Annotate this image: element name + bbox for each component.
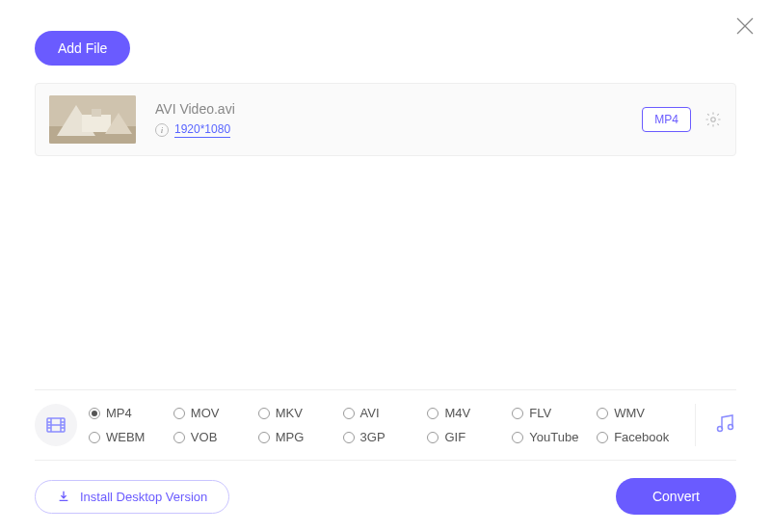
info-icon: i [155, 123, 169, 137]
output-format-chip[interactable]: MP4 [642, 107, 691, 132]
radio-icon [512, 432, 523, 443]
format-option-label: MPG [276, 430, 305, 444]
install-desktop-button[interactable]: Install Desktop Version [35, 480, 229, 514]
app-window: Add File AVI Video.avi i 1920*1080 MP4 [0, 0, 771, 532]
file-resolution[interactable]: 1920*1080 [174, 122, 230, 138]
install-desktop-label: Install Desktop Version [80, 490, 207, 504]
add-file-button[interactable]: Add File [35, 31, 130, 66]
format-option-label: MP4 [106, 406, 132, 420]
radio-icon [427, 408, 439, 419]
file-meta: AVI Video.avi i 1920*1080 [155, 101, 642, 138]
format-option-label: MOV [191, 406, 220, 420]
formats-panel: MP4MOVMKVAVIM4VFLVWMVWEBMVOBMPG3GPGIFYou… [35, 389, 736, 461]
header: Add File [35, 0, 736, 83]
format-option-label: WMV [614, 406, 645, 420]
radio-icon [258, 408, 270, 419]
radio-icon [173, 408, 185, 419]
radio-icon [512, 408, 523, 419]
file-thumbnail [49, 95, 136, 144]
format-option-flv[interactable]: FLV [512, 406, 593, 420]
format-option-wmv[interactable]: WMV [597, 406, 678, 420]
file-name: AVI Video.avi [155, 101, 642, 117]
radio-icon [343, 408, 355, 419]
file-resolution-line: i 1920*1080 [155, 122, 642, 138]
radio-icon [173, 432, 185, 443]
format-option-webm[interactable]: WEBM [89, 430, 170, 444]
vertical-divider [695, 404, 696, 446]
download-icon [57, 490, 70, 503]
format-option-label: GIF [444, 430, 465, 444]
format-option-youtube[interactable]: YouTube [512, 430, 593, 444]
format-option-label: WEBM [106, 430, 145, 444]
radio-icon [258, 432, 270, 443]
format-option-m4v[interactable]: M4V [427, 406, 508, 420]
radio-icon [343, 432, 355, 443]
svg-rect-6 [92, 109, 101, 117]
format-option-label: Facebook [614, 430, 669, 444]
format-option-mkv[interactable]: MKV [258, 406, 339, 420]
audio-icon[interactable] [713, 412, 736, 439]
svg-rect-5 [82, 115, 111, 132]
format-option-facebook[interactable]: Facebook [597, 430, 678, 444]
svg-point-8 [711, 118, 716, 122]
radio-icon [597, 408, 608, 419]
format-option-label: MKV [276, 406, 303, 420]
format-option-mov[interactable]: MOV [173, 406, 254, 420]
radio-icon [89, 408, 100, 419]
format-option-mpg[interactable]: MPG [258, 430, 339, 444]
format-option-label: FLV [529, 406, 551, 420]
format-option-label: M4V [444, 406, 470, 420]
format-option-label: 3GP [360, 430, 386, 444]
convert-button[interactable]: Convert [616, 478, 736, 515]
footer: Install Desktop Version Convert [35, 478, 736, 515]
format-option-mp4[interactable]: MP4 [89, 406, 170, 420]
close-icon[interactable] [736, 17, 754, 35]
svg-point-17 [718, 427, 723, 432]
svg-point-18 [729, 425, 733, 430]
radio-icon [597, 432, 608, 443]
gear-icon[interactable] [705, 111, 722, 128]
format-options-grid: MP4MOVMKVAVIM4VFLVWMVWEBMVOBMPG3GPGIFYou… [89, 406, 678, 444]
format-option-gif[interactable]: GIF [427, 430, 508, 444]
video-icon[interactable] [35, 404, 77, 446]
format-option-label: YouTube [529, 430, 578, 444]
format-option-label: VOB [191, 430, 217, 444]
radio-icon [89, 432, 100, 443]
format-option-vob[interactable]: VOB [173, 430, 254, 444]
file-item: AVI Video.avi i 1920*1080 MP4 [35, 83, 736, 156]
format-option-3gp[interactable]: 3GP [343, 430, 424, 444]
format-option-avi[interactable]: AVI [343, 406, 424, 420]
format-option-label: AVI [360, 406, 380, 420]
radio-icon [427, 432, 439, 443]
